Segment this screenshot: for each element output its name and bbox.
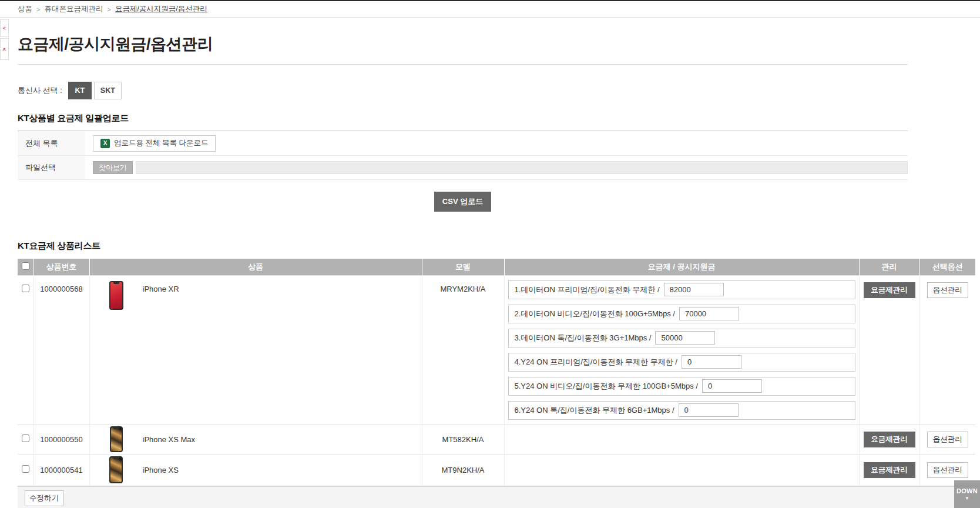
plan-label: 4.Y24 ON 프리미엄/집/이동전화 무제한 무제한 / — [515, 357, 677, 367]
upload-section-title: KT상품별 요금제 일괄업로드 — [18, 113, 980, 124]
column-header-manage: 관리 — [859, 259, 919, 275]
file-path-input[interactable] — [136, 161, 908, 174]
subsidy-input[interactable] — [655, 331, 715, 345]
carrier-select-label: 통신사 선택 : — [18, 85, 62, 96]
subsidy-input[interactable] — [679, 307, 739, 320]
product-model: MRYM2KH/A — [422, 275, 504, 425]
double-chevron-up-icon: « — [1, 48, 8, 51]
plan-row: 4.Y24 ON 프리미엄/집/이동전화 무제한 무제한 / — [508, 353, 855, 372]
plan-row: 5.Y24 ON 비디오/집/이동전화 무제한 100GB+5Mbps / — [508, 377, 855, 396]
full-list-label: 전체 목록 — [18, 131, 85, 155]
column-header-product-no: 상품번호 — [33, 259, 89, 275]
csv-upload-button[interactable]: CSV 업로드 — [434, 192, 491, 212]
list-section-title: KT요금제 상품리스트 — [18, 240, 980, 252]
chevron-left-icon: < — [3, 25, 6, 31]
page: 상품 > 휴대폰요금제관리 > 요금제/공시지원금/옵션관리 < « 요금제/공… — [0, 0, 980, 508]
save-button[interactable]: 수정하기 — [25, 490, 63, 506]
plan-list-empty — [504, 454, 859, 486]
table-row: 1000000541 iPhone XS MT9N2KH/A 요금제관리 옵션관… — [18, 454, 975, 486]
subsidy-input[interactable] — [679, 403, 739, 417]
column-header-plan-subsidy: 요금제 / 공시지원금 — [504, 259, 859, 275]
product-model: MT582KH/A — [422, 425, 504, 454]
full-list-row: 전체 목록 X 업로드용 전체 목록 다운로드 — [18, 131, 908, 155]
table-row: 1000000550 iPhone XS Max MT582KH/A 요금제관리… — [18, 425, 975, 454]
row-checkbox[interactable] — [22, 285, 29, 292]
product-name: iPhone XR — [143, 276, 179, 293]
breadcrumb-item-products[interactable]: 상품 — [18, 4, 32, 14]
page-title: 요금제/공시지원금/옵션관리 — [18, 34, 980, 55]
carrier-select-row: 통신사 선택 : KT SKT — [18, 82, 980, 99]
manage-plan-button[interactable]: 요금제관리 — [864, 432, 915, 447]
subsidy-input[interactable] — [664, 283, 724, 296]
carrier-button-kt[interactable]: KT — [68, 82, 92, 99]
plan-label: 3.데이터ON 톡/집/이동전화 3G+1Mbps / — [515, 333, 652, 343]
manage-option-button[interactable]: 옵션관리 — [927, 462, 968, 478]
breadcrumb: 상품 > 휴대폰요금제관리 > 요금제/공시지원금/옵션관리 — [0, 1, 980, 18]
product-model: MT9N2KH/A — [422, 454, 504, 486]
column-header-option: 선택옵션 — [919, 259, 975, 275]
product-no: 1000000550 — [33, 425, 89, 454]
product-image-iphone-xs — [109, 456, 123, 483]
plan-row: 1.데이터ON 프리미엄/집/이동전화 무제한 / — [508, 280, 855, 299]
download-button-label: 업로드용 전체 목록 다운로드 — [114, 138, 208, 148]
download-full-list-button[interactable]: X 업로드용 전체 목록 다운로드 — [93, 135, 216, 152]
plan-list-empty — [504, 425, 859, 454]
plan-row: 6.Y24 ON 톡/집/이동전화 무제한 6GB+1Mbps / — [508, 401, 855, 420]
breadcrumb-item-current[interactable]: 요금제/공시지원금/옵션관리 — [115, 4, 207, 14]
product-name: iPhone XS Max — [143, 435, 196, 444]
plan-label: 1.데이터ON 프리미엄/집/이동전화 무제한 / — [515, 285, 660, 295]
column-header-product: 상품 — [89, 259, 422, 275]
product-image-iphone-xs-max — [110, 426, 123, 452]
upload-table: 전체 목록 X 업로드용 전체 목록 다운로드 파일선택 찾아보기 — [18, 131, 908, 180]
browse-button[interactable]: 찾아보기 — [93, 161, 133, 174]
table-header-row: 상품번호 상품 모델 요금제 / 공시지원금 관리 선택옵션 — [18, 259, 975, 275]
product-no: 1000000541 — [33, 454, 89, 486]
column-header-model: 모델 — [422, 259, 504, 275]
breadcrumb-separator-icon: > — [107, 6, 110, 13]
excel-icon: X — [100, 139, 110, 148]
manage-plan-button[interactable]: 요금제관리 — [864, 462, 915, 478]
table-row: 1000000568 iPhone XR MRYM2KH/A 1.데이터ON 프… — [18, 275, 975, 425]
header-checkbox-cell — [18, 259, 33, 275]
carrier-button-skt[interactable]: SKT — [94, 82, 122, 99]
file-select-row: 파일선택 찾아보기 — [18, 155, 908, 179]
manage-option-button[interactable]: 옵션관리 — [927, 282, 968, 298]
sidebar-collapse-button[interactable]: < — [0, 19, 9, 37]
title-divider — [18, 64, 908, 65]
scroll-down-label: DOWN — [956, 487, 978, 494]
plan-row: 2.데이터ON 비디오/집/이동전화 100G+5Mbps / — [508, 305, 855, 323]
subsidy-input[interactable] — [682, 355, 741, 369]
plan-list: 1.데이터ON 프리미엄/집/이동전화 무제한 / 2.데이터ON 비디오/집/… — [505, 276, 859, 425]
breadcrumb-separator-icon: > — [36, 6, 40, 13]
product-no: 1000000568 — [33, 275, 89, 425]
select-all-checkbox[interactable] — [22, 262, 29, 270]
down-arrow-icon: ▼ — [965, 496, 969, 501]
product-image-iphone-xr — [109, 281, 123, 310]
subsidy-input[interactable] — [702, 379, 762, 393]
row-checkbox[interactable] — [22, 465, 29, 473]
product-table: 상품번호 상품 모델 요금제 / 공시지원금 관리 선택옵션 100000056… — [18, 259, 975, 486]
scroll-down-button[interactable]: DOWN ▼ — [954, 480, 980, 508]
row-checkbox[interactable] — [22, 435, 29, 442]
file-select-label: 파일선택 — [18, 156, 85, 179]
plan-label: 6.Y24 ON 톡/집/이동전화 무제한 6GB+1Mbps / — [515, 405, 674, 416]
product-name: iPhone XS — [143, 466, 179, 474]
manage-plan-button[interactable]: 요금제관리 — [864, 282, 915, 298]
plan-row: 3.데이터ON 톡/집/이동전화 3G+1Mbps / — [508, 329, 855, 347]
breadcrumb-item-phone-plan-mgmt[interactable]: 휴대폰요금제관리 — [44, 4, 103, 14]
manage-option-button[interactable]: 옵션관리 — [927, 432, 968, 447]
scroll-top-button[interactable]: « — [0, 38, 9, 60]
plan-label: 2.데이터ON 비디오/집/이동전화 100G+5Mbps / — [515, 309, 675, 319]
plan-label: 5.Y24 ON 비디오/집/이동전화 무제한 100GB+5Mbps / — [515, 381, 698, 392]
footer-bar: 수정하기 — [18, 486, 975, 508]
